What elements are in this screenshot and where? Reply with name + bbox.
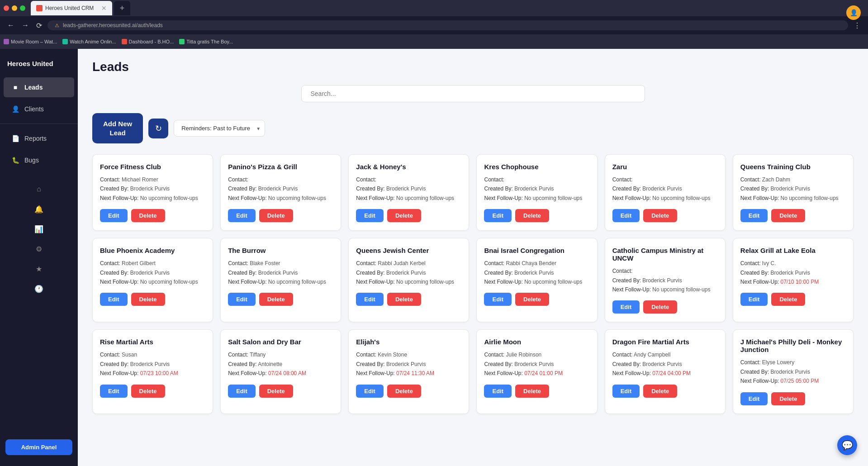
tab-favicon	[36, 5, 43, 11]
delete-button[interactable]: Delete	[131, 209, 165, 222]
delete-button[interactable]: Delete	[643, 385, 677, 398]
delete-button[interactable]: Delete	[771, 293, 805, 306]
edit-button[interactable]: Edit	[612, 385, 640, 398]
reminders-select[interactable]: Reminders: Past to Future Reminders: Fut…	[174, 120, 265, 137]
sidebar-icon-bell[interactable]: 🔔	[32, 202, 46, 216]
delete-button[interactable]: Delete	[259, 209, 293, 222]
edit-button[interactable]: Edit	[100, 209, 128, 222]
forward-button[interactable]: →	[20, 19, 31, 31]
chat-bubble[interactable]: 💬	[837, 435, 857, 455]
delete-button[interactable]: Delete	[387, 209, 421, 222]
new-tab[interactable]: +	[114, 1, 130, 15]
edit-button[interactable]: Edit	[228, 385, 256, 398]
extensions-icon[interactable]: ⋮	[852, 19, 863, 32]
sidebar-item-leads[interactable]: ■ Leads	[4, 77, 74, 97]
card-followup: Next Follow-Up: 07/10 10:00 PM	[740, 277, 846, 286]
bookmark-4[interactable]: Titta gratis The Boy...	[179, 39, 233, 44]
sidebar-bottom: Admin Panel	[0, 434, 78, 461]
card-title: Relax Grill at Lake Eola	[740, 247, 846, 254]
card-followup: Next Follow-Up: No upcoming follow-ups	[612, 194, 718, 203]
delete-button[interactable]: Delete	[259, 385, 293, 398]
sidebar-icon-chart[interactable]: 📊	[32, 222, 46, 236]
edit-button[interactable]: Edit	[484, 293, 512, 306]
card-contact: Contact: Michael Romer	[100, 175, 205, 184]
lead-card: Blue Phoenix Academy Contact: Robert Gil…	[92, 238, 213, 322]
delete-button[interactable]: Delete	[515, 209, 549, 222]
card-info: Contact: Zach Dahm Created By: Broderick…	[740, 175, 846, 203]
sidebar-icon-clock[interactable]: 🕐	[32, 281, 46, 296]
card-actions: Edit Delete	[228, 209, 333, 222]
back-button[interactable]: ←	[5, 19, 16, 31]
bookmark-2[interactable]: Watch Anime Onlin...	[62, 39, 116, 44]
edit-button[interactable]: Edit	[228, 209, 256, 222]
admin-panel-button[interactable]: Admin Panel	[5, 439, 72, 455]
delete-button[interactable]: Delete	[515, 385, 549, 398]
edit-button[interactable]: Edit	[612, 209, 640, 222]
reload-button[interactable]: ⟳	[34, 19, 44, 32]
bookmark-1[interactable]: Movie Room – Wat...	[4, 39, 57, 44]
delete-button[interactable]: Delete	[643, 300, 677, 314]
sidebar-item-clients[interactable]: 👤 Clients	[4, 99, 74, 119]
delete-button[interactable]: Delete	[643, 209, 677, 222]
sidebar-icon-star[interactable]: ★	[32, 262, 46, 276]
lead-card: Bnai Israel Congregation Contact: Rabbi …	[476, 238, 597, 322]
window-close[interactable]	[4, 5, 9, 11]
sidebar-icon-home[interactable]: ⌂	[32, 182, 46, 196]
delete-button[interactable]: Delete	[387, 385, 421, 398]
refresh-button[interactable]: ↻	[148, 119, 168, 138]
delete-button[interactable]: Delete	[771, 209, 805, 222]
window-minimize[interactable]	[12, 5, 17, 11]
card-info: Contact: Robert Gilbert Created By: Brod…	[100, 259, 205, 286]
sidebar-item-reports[interactable]: 📄 Reports	[4, 128, 74, 148]
edit-button[interactable]: Edit	[228, 293, 256, 306]
lead-card: The Burrow Contact: Blake Foster Created…	[220, 238, 341, 322]
edit-button[interactable]: Edit	[100, 385, 128, 398]
card-followup: Next Follow-Up: 07/25 05:00 PM	[740, 376, 846, 385]
lead-card: Relax Grill at Lake Eola Contact: Ivy C.…	[733, 238, 854, 322]
edit-button[interactable]: Edit	[612, 300, 640, 314]
window-maximize[interactable]	[20, 5, 25, 11]
card-info: Contact: Created By: Broderick Purvis Ne…	[484, 175, 589, 203]
active-tab[interactable]: Heroes United CRM ✕	[31, 1, 112, 15]
edit-button[interactable]: Edit	[356, 293, 384, 306]
leads-grid: Force Fitness Club Contact: Michael Rome…	[92, 154, 854, 414]
card-actions: Edit Delete	[356, 293, 461, 306]
card-created-by: Created By: Broderick Purvis	[356, 184, 461, 193]
add-lead-button[interactable]: Add NewLead	[92, 113, 143, 143]
card-actions: Edit Delete	[484, 385, 589, 398]
card-title: J Michael's Philly Deli - Monkey Junctio…	[740, 338, 846, 353]
delete-button[interactable]: Delete	[387, 293, 421, 306]
delete-button[interactable]: Delete	[259, 293, 293, 306]
browser-chrome: Heroes United CRM ✕ + ← → ⟳ ⚠ leads-gath…	[0, 0, 868, 49]
edit-button[interactable]: Edit	[100, 293, 128, 306]
edit-button[interactable]: Edit	[484, 209, 512, 222]
lead-card: Jack & Honey's Contact: Created By: Brod…	[348, 154, 469, 231]
card-contact: Contact: Tiffany	[228, 350, 333, 359]
tab-bar: Heroes United CRM ✕ +	[0, 0, 868, 16]
sidebar-item-bugs[interactable]: 🐛 Bugs	[4, 150, 74, 170]
close-tab-icon[interactable]: ✕	[101, 5, 107, 12]
edit-button[interactable]: Edit	[356, 385, 384, 398]
edit-button[interactable]: Edit	[740, 293, 768, 306]
delete-button[interactable]: Delete	[131, 293, 165, 306]
sidebar-icon-settings[interactable]: ⚙	[32, 242, 46, 256]
security-icon: ⚠	[55, 23, 59, 29]
delete-button[interactable]: Delete	[515, 293, 549, 306]
edit-button[interactable]: Edit	[356, 209, 384, 222]
bookmark-2-icon	[62, 39, 68, 44]
edit-button[interactable]: Edit	[484, 385, 512, 398]
user-avatar: 👤	[846, 5, 861, 20]
bookmark-3[interactable]: Dashboard - B.HO...	[122, 39, 174, 44]
delete-button[interactable]: Delete	[771, 392, 805, 405]
sidebar-bugs-label: Bugs	[24, 157, 39, 164]
edit-button[interactable]: Edit	[740, 392, 768, 405]
card-title: Salt Salon and Dry Bar	[228, 338, 333, 346]
card-contact: Contact: Susan	[100, 350, 205, 359]
delete-button[interactable]: Delete	[131, 385, 165, 398]
bookmark-3-label: Dashboard - B.HO...	[129, 39, 174, 44]
card-followup: Next Follow-Up: No upcoming follow-ups	[612, 285, 718, 294]
edit-button[interactable]: Edit	[740, 209, 768, 222]
url-bar[interactable]: ⚠ leads-gatherer.heroesunited.ai/auth/le…	[47, 20, 848, 30]
search-input[interactable]	[301, 85, 645, 102]
card-actions: Edit Delete	[100, 209, 205, 222]
